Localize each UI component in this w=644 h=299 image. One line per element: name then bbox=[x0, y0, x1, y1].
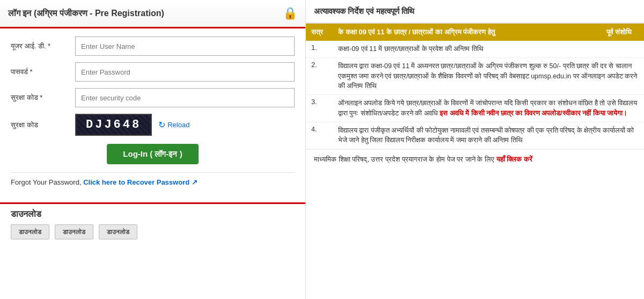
login-button-row: Log-In ( लॉग-इन ) bbox=[11, 144, 295, 164]
login-form-body: यूजर आई. डी. * पासवर्ड * सुरक्षा कोड * स… bbox=[0, 28, 305, 202]
left-panel: लॉग इन (अग्रिम पंजीकरण - Pre Registratio… bbox=[0, 0, 306, 299]
security-code-row: सुरक्षा कोड * bbox=[11, 88, 295, 107]
home-link-label: यहाँ क्लिक करें bbox=[496, 155, 532, 163]
notice-num-1: 1. bbox=[306, 41, 333, 57]
table-row: 4. विद्यालय द्वारा पंजीकृत अभ्यर्थियों क… bbox=[306, 122, 644, 149]
security-code-field[interactable] bbox=[75, 88, 295, 107]
username-row: यूजर आई. डी. * bbox=[11, 37, 295, 56]
table-row: 2. विद्यालय द्वारा कक्षा-09 एवं 11 में अ… bbox=[306, 57, 644, 94]
home-link-text: माध्यमिक शिक्षा परिषद्, उत्तर प्रदेश प्र… bbox=[314, 155, 494, 163]
download-title: डाउनलोड bbox=[11, 209, 295, 219]
reload-icon: ↻ bbox=[158, 120, 165, 130]
password-row: पासवर्ड * bbox=[11, 62, 295, 82]
home-link-row: माध्यमिक शिक्षा परिषद्, उत्तर प्रदेश प्र… bbox=[306, 149, 644, 169]
forgot-text: Forgot Your Password, bbox=[11, 178, 82, 186]
notice-text-1: कक्षा-09 एवं 11 में छात्र/छात्राओं के प्… bbox=[333, 41, 644, 57]
login-title: लॉग इन (अग्रिम पंजीकरण - Pre Registratio… bbox=[8, 9, 164, 18]
recover-password-link[interactable]: Click here to Recover Password ↗ bbox=[83, 178, 197, 186]
password-field[interactable] bbox=[75, 62, 295, 82]
notice-text-2: विद्यालय द्वारा कक्षा-09 एवं 11 में अध्य… bbox=[333, 57, 644, 94]
username-field[interactable] bbox=[75, 37, 295, 56]
username-label: यूजर आई. डी. * bbox=[11, 42, 75, 50]
table-row: 1. कक्षा-09 एवं 11 में छात्र/छात्राओं के… bbox=[306, 41, 644, 57]
col-main: के कक्षा 09 एवं 11 के छात्र / छात्राओं क… bbox=[333, 24, 601, 41]
notice-3-red: इस अवधि में किसी नवीन छात्र का विवरण अपल… bbox=[440, 110, 627, 117]
lock-icon: 🔒 bbox=[283, 6, 297, 20]
download-btn-3[interactable]: डाउनलोड bbox=[99, 224, 137, 239]
download-buttons-row: डाउनलोड डाउनलोड डाउनलोड bbox=[11, 224, 295, 239]
notice-num-3: 3. bbox=[306, 95, 333, 122]
forgot-password-row: Forgot Your Password, Click here to Reco… bbox=[11, 172, 295, 194]
notice-num-2: 2. bbox=[306, 57, 333, 94]
table-header-row: सत्र के कक्षा 09 एवं 11 के छात्र / छात्र… bbox=[306, 24, 644, 41]
right-header: अत्यावश्यक निर्देश एवं महत्वपूर्ण तिथि bbox=[306, 0, 644, 24]
table-row: 3. ऑनलाइन अपलोड किये गये छात्र/छात्राओं … bbox=[306, 95, 644, 122]
password-label: पासवर्ड * bbox=[11, 68, 75, 76]
captcha-label: सुरक्षा कोड bbox=[11, 121, 75, 129]
notice-text-3: ऑनलाइन अपलोड किये गये छात्र/छात्राओं के … bbox=[333, 95, 644, 122]
home-page-link[interactable]: यहाँ क्लिक करें bbox=[496, 155, 532, 163]
login-header: लॉग इन (अग्रिम पंजीकरण - Pre Registratio… bbox=[0, 0, 305, 28]
captcha-image: DJJ648 bbox=[75, 114, 152, 136]
recover-password-label: Click here to Recover Password bbox=[83, 178, 189, 186]
reload-captcha-button[interactable]: ↻ Reload bbox=[158, 120, 189, 130]
right-header-title: अत्यावश्यक निर्देश एवं महत्वपूर्ण तिथि bbox=[314, 6, 414, 16]
col-session: सत्र bbox=[306, 24, 333, 41]
security-code-label: सुरक्षा कोड * bbox=[11, 93, 75, 102]
download-btn-1[interactable]: डाउनलोड bbox=[11, 224, 49, 239]
reload-label: Reload bbox=[167, 121, 189, 129]
right-panel: अत्यावश्यक निर्देश एवं महत्वपूर्ण तिथि स… bbox=[306, 0, 644, 299]
col-prev: पूर्व संशोधि bbox=[601, 24, 644, 41]
external-link-icon: ↗ bbox=[192, 178, 197, 186]
notice-table: सत्र के कक्षा 09 एवं 11 के छात्र / छात्र… bbox=[306, 24, 644, 149]
notice-text-4: विद्यालय द्वारा पंजीकृत अभ्यर्थियों की फ… bbox=[333, 122, 644, 149]
download-btn-2[interactable]: डाउनलोड bbox=[55, 224, 93, 239]
captcha-row: सुरक्षा कोड DJJ648 ↻ Reload bbox=[11, 114, 295, 136]
notice-num-4: 4. bbox=[306, 122, 333, 149]
download-section: डाउनलोड डाउनलोड डाउनलोड डाउनलोड bbox=[0, 202, 305, 245]
login-button[interactable]: Log-In ( लॉग-इन ) bbox=[107, 144, 198, 164]
